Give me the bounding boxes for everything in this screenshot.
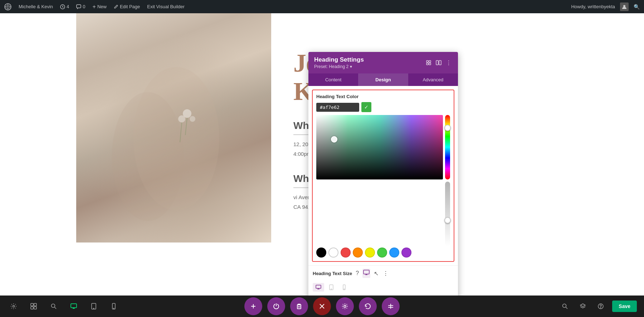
panel-columns-btn[interactable] [435, 59, 442, 66]
tab-content[interactable]: Content [308, 73, 358, 86]
tablet-btn[interactable] [326, 283, 337, 292]
gradient-picker[interactable] [316, 115, 443, 246]
panel-expand-btn[interactable] [425, 59, 432, 66]
power-btn[interactable] [267, 297, 285, 315]
panel-title-area: Heading Settings Preset: Heading 2 ▾ [314, 56, 425, 69]
more-icon: ⋮ [446, 59, 452, 66]
color-thumb[interactable] [331, 136, 337, 143]
mobile-btn[interactable] [338, 283, 350, 292]
settings-gear-btn[interactable] [336, 297, 354, 315]
swatch-white[interactable] [328, 248, 338, 258]
black-overlay [316, 115, 443, 179]
user-avatar[interactable] [620, 3, 629, 11]
alpha-thumb[interactable] [444, 217, 451, 224]
add-module-btn[interactable] [244, 297, 262, 315]
panel-preset[interactable]: Preset: Heading 2 ▾ [314, 64, 425, 69]
tab-advanced[interactable]: Advanced [408, 73, 458, 86]
toggle-settings-btn[interactable] [7, 300, 20, 313]
hue-slider[interactable] [445, 115, 450, 179]
layers-btn[interactable] [576, 300, 589, 313]
trash-btn[interactable] [290, 297, 308, 315]
new-link[interactable]: + New [93, 4, 107, 10]
preset-chevron-icon: ▾ [350, 64, 352, 69]
color-gradient[interactable] [316, 115, 443, 179]
toolbar-left-group [7, 300, 120, 313]
svg-point-59 [601, 307, 601, 308]
svg-rect-32 [31, 307, 33, 309]
svg-point-55 [563, 304, 566, 308]
help-btn[interactable] [594, 300, 607, 313]
svg-point-40 [93, 308, 94, 309]
svg-rect-17 [436, 61, 438, 65]
save-btn[interactable]: Save [612, 301, 637, 312]
hue-thumb[interactable] [444, 125, 451, 131]
admin-search-btn[interactable]: 🔍 [634, 4, 640, 10]
search-btn[interactable] [47, 300, 60, 313]
alpha-slider[interactable] [445, 182, 450, 246]
svg-rect-19 [364, 270, 369, 274]
revisions-link[interactable]: 4 [60, 4, 69, 9]
hero-image-block [76, 13, 271, 242]
sliders-container [445, 115, 450, 246]
page-canvas: Jo Kr Wh 12, 2025 4:00pm Wh vi Avenue CA… [0, 13, 644, 317]
swatch-red[interactable] [341, 248, 351, 258]
cursor-btn[interactable]: ↖ [373, 269, 379, 278]
toolbar-right-group: Save [558, 300, 637, 313]
new-label: New [97, 4, 107, 9]
tab-design[interactable]: Design [358, 73, 408, 86]
comments-count: 0 [83, 4, 85, 9]
swatch-purple[interactable] [401, 248, 411, 258]
text-size-section: Heading Text Size ? ↖ ⋮ [308, 265, 458, 297]
text-size-more-btn[interactable]: ⋮ [382, 269, 389, 278]
save-label: Save [619, 303, 630, 309]
swatch-orange[interactable] [353, 248, 363, 258]
svg-marker-57 [580, 304, 585, 307]
swatch-green[interactable] [377, 248, 387, 258]
svg-point-9 [178, 115, 185, 123]
svg-rect-4 [77, 5, 81, 8]
svg-rect-13 [426, 61, 428, 62]
left-margin [0, 27, 76, 256]
search-page-btn[interactable] [558, 300, 571, 313]
heading-settings-panel: Heading Settings Preset: Heading 2 ▾ [308, 52, 458, 313]
swatch-black[interactable] [316, 248, 326, 258]
close-builder-btn[interactable] [313, 297, 331, 315]
svg-rect-31 [34, 303, 36, 306]
device-row [313, 281, 454, 294]
tablet-view-btn[interactable] [87, 300, 100, 313]
comments-link[interactable]: 0 [76, 4, 85, 9]
mobile-view-btn[interactable] [107, 300, 120, 313]
desktop-btn[interactable] [313, 283, 324, 292]
panel-more-btn[interactable]: ⋮ [445, 59, 452, 67]
desktop-view-active-btn[interactable] [67, 300, 80, 313]
color-hex-input[interactable] [316, 103, 359, 112]
exit-builder-label: Exit Visual Builder [147, 4, 185, 9]
site-name-link[interactable]: Michelle & Kevin [19, 4, 53, 9]
color-picker-area [316, 115, 450, 246]
heading-color-section: Heading Text Color ✓ [312, 90, 454, 262]
layout-btn[interactable] [382, 297, 400, 315]
panel-header-actions: ⋮ [425, 59, 452, 67]
panel-tabs: Content Design Advanced [308, 73, 458, 86]
help-icon-btn[interactable]: ? [355, 269, 360, 277]
svg-point-34 [52, 304, 55, 308]
color-confirm-btn[interactable]: ✓ [361, 102, 371, 112]
howdy-label: Howdy, writtenbyekta [571, 4, 615, 9]
text-size-label: Heading Text Size [313, 271, 352, 276]
svg-rect-46 [297, 305, 301, 309]
swatch-blue[interactable] [389, 248, 399, 258]
svg-rect-14 [429, 61, 431, 62]
edit-page-link[interactable]: Edit Page [114, 4, 140, 9]
revisions-count: 4 [67, 4, 69, 9]
section-label-row: Heading Text Color [316, 94, 450, 99]
desktop-view-btn[interactable] [362, 269, 370, 278]
swatch-yellow[interactable] [365, 248, 375, 258]
history-btn[interactable] [359, 297, 377, 315]
svg-point-29 [13, 306, 15, 307]
wp-logo-icon[interactable] [4, 3, 11, 10]
exit-builder-link[interactable]: Exit Visual Builder [147, 4, 185, 9]
panel-header: Heading Settings Preset: Heading 2 ▾ [308, 52, 458, 73]
svg-line-35 [55, 307, 57, 309]
color-hex-row: ✓ [316, 102, 450, 112]
wireframe-btn[interactable] [27, 300, 40, 313]
